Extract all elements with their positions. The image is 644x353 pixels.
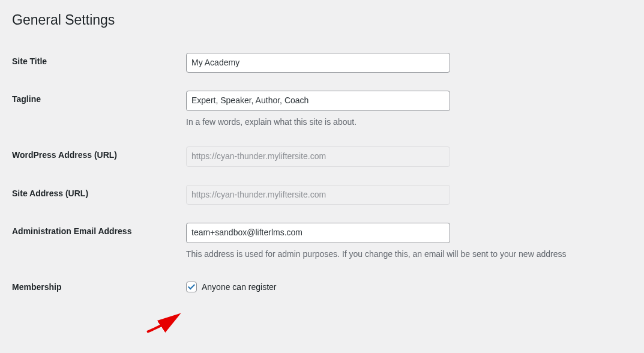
tagline-label: Tagline bbox=[12, 82, 180, 137]
membership-checkbox[interactable] bbox=[186, 282, 197, 292]
site-title-label: Site Title bbox=[12, 44, 180, 82]
settings-form-table: Site Title Tagline In a few words, expla… bbox=[12, 44, 632, 304]
site-url-label: Site Address (URL) bbox=[12, 176, 180, 214]
tagline-input[interactable] bbox=[186, 91, 450, 111]
page-title: General Settings bbox=[12, 6, 632, 32]
admin-email-description: This address is used for admin purposes.… bbox=[186, 248, 626, 261]
admin-email-label: Administration Email Address bbox=[12, 214, 180, 270]
annotation-arrow-icon bbox=[144, 311, 186, 335]
admin-email-input[interactable] bbox=[186, 223, 450, 243]
wordpress-url-label: WordPress Address (URL) bbox=[12, 137, 180, 176]
site-url-input bbox=[186, 185, 450, 205]
membership-label: Membership bbox=[12, 270, 180, 304]
wordpress-url-input bbox=[186, 146, 450, 167]
site-title-input[interactable] bbox=[186, 53, 450, 73]
tagline-description: In a few words, explain what this site i… bbox=[186, 116, 626, 128]
membership-checkbox-label[interactable]: Anyone can register bbox=[202, 282, 277, 292]
